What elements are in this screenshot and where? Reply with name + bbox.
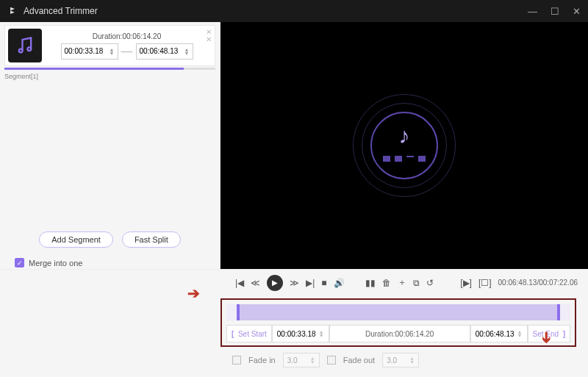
playback-controls: |◀ ≪ ▶ ≫ ▶| ■ 🔊 ▮▮ 🗑 ＋ ⧉ ↺ [▶] [☐] 00:06…	[0, 269, 588, 295]
remove-segment-icon[interactable]: ✕✕	[206, 29, 212, 43]
playback-time: 00:06:48.13/00:07:22.06	[498, 279, 578, 287]
audio-visualizer-icon: ♪	[353, 94, 456, 197]
add-segment-button[interactable]: Add Segment	[39, 231, 113, 248]
segment-progress-bar	[4, 68, 215, 70]
rewind-icon[interactable]: ≪	[251, 278, 260, 288]
bracket-in-icon[interactable]: [▶]	[460, 278, 472, 288]
segment-card[interactable]: Duration:00:06:14.20 00:00:33.18▲▼ — 00:…	[4, 25, 215, 66]
trim-panel: [ Set Start 00:00:33.18▲▼ Duration:00:06…	[220, 298, 576, 347]
forward-icon[interactable]: ≫	[290, 278, 299, 288]
segment-duration-label: Duration:00:06:14.20	[46, 32, 207, 40]
delete-icon[interactable]: 🗑	[382, 278, 391, 288]
app-icon	[7, 6, 18, 16]
segment-start-input[interactable]: 00:00:33.18▲▼	[61, 43, 118, 60]
skip-start-icon[interactable]: |◀	[235, 278, 244, 288]
segment-label: Segment[1]	[4, 73, 220, 80]
segment-thumbnail	[8, 29, 42, 62]
trim-track[interactable]	[226, 304, 570, 320]
svg-point-0	[19, 49, 23, 53]
trim-start-input[interactable]: 00:00:33.18▲▼	[272, 325, 329, 342]
merge-checkbox[interactable]: ✓ Merge into one	[15, 258, 205, 268]
window-title: Advanced Trimmer	[24, 6, 528, 16]
fade-in-value[interactable]: 3.0▲▼	[283, 353, 320, 367]
minimize-button[interactable]: —	[528, 6, 537, 17]
set-end-button[interactable]: Set End ]	[528, 325, 571, 342]
maximize-button[interactable]: ☐	[551, 6, 559, 17]
fast-split-button[interactable]: Fast Split	[122, 231, 181, 248]
range-dash: —	[121, 45, 133, 58]
bracket-out-icon[interactable]: [☐]	[478, 278, 492, 288]
play-button[interactable]: ▶	[267, 275, 283, 291]
undo-icon[interactable]: ↺	[426, 278, 434, 288]
trim-duration: Duration:00:06:14.20	[329, 325, 470, 342]
trim-end-input[interactable]: 00:06:48.13▲▼	[470, 325, 528, 342]
title-bar: Advanced Trimmer — ☐ ✕	[0, 0, 588, 22]
fade-in-label: Fade in	[248, 356, 276, 365]
svg-point-1	[28, 47, 32, 51]
trim-selection[interactable]	[237, 304, 560, 320]
marker-icon[interactable]: ▮▮	[365, 278, 376, 288]
segment-sidebar: Duration:00:06:14.20 00:00:33.18▲▼ — 00:…	[0, 22, 220, 269]
fade-out-value[interactable]: 3.0▲▼	[382, 353, 419, 367]
skip-end-icon[interactable]: ▶|	[306, 278, 315, 288]
add-icon[interactable]: ＋	[398, 276, 406, 289]
preview-pane: ♪	[220, 22, 588, 269]
fade-row: Fade in 3.0▲▼ Fade out 3.0▲▼	[232, 353, 576, 367]
fade-out-label: Fade out	[343, 356, 375, 365]
copy-icon[interactable]: ⧉	[413, 278, 420, 288]
volume-icon[interactable]: 🔊	[334, 278, 345, 288]
merge-label: Merge into one	[29, 259, 82, 268]
fade-out-checkbox[interactable]	[327, 356, 336, 365]
fade-in-checkbox[interactable]	[232, 356, 241, 365]
close-button[interactable]: ✕	[573, 6, 581, 17]
set-start-button[interactable]: [ Set Start	[226, 325, 272, 342]
segment-end-input[interactable]: 00:06:48.13▲▼	[136, 43, 193, 60]
stop-icon[interactable]: ■	[321, 278, 326, 288]
